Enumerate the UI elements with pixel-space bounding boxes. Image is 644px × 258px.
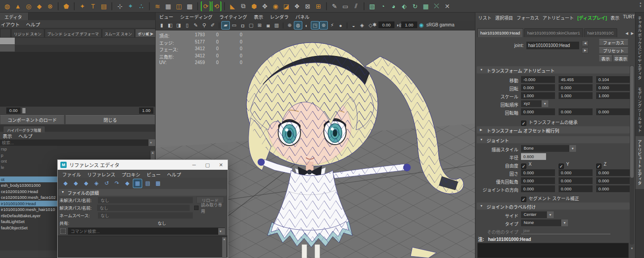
component-editor-tab[interactable]: ブレンド シェイプ デフォーマ	[45, 29, 102, 37]
shelf-tool-icon[interactable]: ▧	[367, 1, 377, 11]
joint-orient-z-field[interactable]	[596, 185, 630, 192]
dof-z-checkbox[interactable]	[596, 163, 602, 169]
menu-item[interactable]: ビュー	[159, 13, 174, 21]
close-icon[interactable]: ✕	[214, 162, 228, 168]
resolved-path-field[interactable]	[97, 205, 190, 211]
rotate-x-field[interactable]	[521, 84, 555, 91]
shelf-tool-icon[interactable]: ✎	[330, 1, 339, 11]
shelf-tool-icon[interactable]: ▦	[421, 1, 431, 11]
shelf-tool-icon[interactable]	[197, 2, 198, 10]
menu-item[interactable]: 表示	[254, 13, 263, 21]
menu-item[interactable]: ファイル	[62, 171, 81, 178]
radius-field[interactable]	[521, 153, 546, 160]
dof-y-checkbox[interactable]	[559, 163, 564, 169]
colorspace-label[interactable]: sRGB gamma	[426, 22, 454, 27]
translate-x-field[interactable]	[521, 76, 555, 83]
gamma-icon[interactable]: ◗	[396, 22, 399, 28]
pin-tab-icon[interactable]: ◄	[582, 40, 589, 46]
tab-scroll-arrows-icon[interactable]: ◀ ▶	[145, 32, 154, 36]
reference-tool-icon[interactable]: ↷	[113, 179, 121, 188]
shelf-tool-icon[interactable]	[364, 2, 364, 10]
viewport-tool-icon[interactable]: ◍	[294, 22, 302, 29]
reference-tool-icon[interactable]: ◆	[61, 179, 70, 188]
reference-tool-icon[interactable]: ◆	[82, 179, 90, 188]
menu-item[interactable]: [ディスプレイ]	[577, 14, 607, 22]
viewport-tool-icon[interactable]: ◒	[350, 22, 357, 29]
shelf-tool-icon[interactable]: ▲	[13, 1, 23, 11]
shelf-tool-icon[interactable]: ▩	[185, 1, 195, 11]
hypergraph-hierarchy-tab[interactable]: ハイパーグラフ階層	[4, 126, 45, 133]
shelf-tool-icon[interactable]: ▭	[340, 1, 350, 11]
scale-y-field[interactable]	[559, 92, 593, 99]
shelf-tool-icon[interactable]: ◫	[174, 1, 184, 11]
shelf-tool-icon[interactable]: ⊠	[303, 1, 313, 11]
menu-item[interactable]: リファレンス	[87, 171, 115, 178]
joint-name-field[interactable]	[526, 42, 579, 49]
viewport-tool-icon[interactable]	[283, 22, 284, 29]
load-components-button[interactable]: コンポーネントのロード	[0, 115, 64, 125]
sidebar-panel-tab[interactable]: チャネル ボックス/レイヤ エディタ	[636, 13, 644, 84]
viewport-tool-icon[interactable]: ✐	[209, 22, 216, 29]
minimize-icon[interactable]: ─	[187, 162, 201, 168]
viewport-tool-icon[interactable]	[347, 22, 347, 29]
exposure-field[interactable]: 0.00	[378, 22, 394, 28]
viewport-tool-icon[interactable]: ⚡	[328, 22, 336, 29]
shelf-tool-icon[interactable]: ∴	[136, 1, 146, 11]
reference-list-scrollbar[interactable]: ▲	[222, 237, 227, 257]
shelf-tool-icon[interactable]: ⊞	[314, 1, 323, 11]
sidebar-panel-tab[interactable]: アトリビュート エディタ	[636, 136, 644, 189]
component-editor-window-tab[interactable]: エディタ	[0, 13, 29, 20]
search-input[interactable]	[0, 140, 148, 145]
viewport-tool-icon[interactable]: ▥	[273, 22, 280, 29]
viewport-tool-icon[interactable]: ◐	[303, 22, 310, 29]
node-tab[interactable]: hair101001000:Head	[477, 28, 523, 37]
menu-item[interactable]: ヘルプ	[26, 21, 40, 28]
dof-x-checkbox[interactable]	[521, 163, 526, 169]
gamma-field[interactable]: 1.00	[401, 22, 417, 28]
shelf-tool-icon[interactable]: ◉	[271, 1, 280, 11]
viewport-tool-icon[interactable]: ▯	[183, 22, 191, 29]
type-dropdown[interactable]: None ▼	[521, 219, 568, 226]
notes-textarea[interactable]	[477, 243, 629, 258]
viewport-tool-icon[interactable]: ◙	[264, 22, 272, 29]
shelf-tool-icon[interactable]	[224, 2, 225, 10]
shelf-tool-icon[interactable]	[58, 2, 59, 10]
color-management-icon[interactable]: ◉	[419, 22, 424, 28]
hide-button[interactable]: 非表示	[613, 55, 628, 62]
reference-tool-icon[interactable]: ▦	[133, 179, 142, 188]
menu-item[interactable]: 表示	[610, 14, 619, 22]
viewport-tool-icon[interactable]	[219, 22, 220, 29]
side-dropdown[interactable]: Center ▼	[521, 211, 554, 218]
shelf-tool-icon[interactable]: ✕	[442, 1, 452, 11]
shelf-tool-icon[interactable]: ◔	[378, 1, 388, 11]
viewport-tool-icon[interactable]: ◘	[239, 22, 246, 29]
shelf-tool-icon[interactable]: ◆	[34, 1, 44, 11]
stiffness-y-field[interactable]	[559, 169, 593, 176]
viewport-tool-icon[interactable]: ●	[337, 22, 344, 29]
shelf-tool-icon[interactable]: ⬖	[399, 1, 409, 11]
reference-tool-icon[interactable]: ◆	[123, 179, 131, 188]
node-tab[interactable]: hair101001000:skinCluster1	[524, 28, 583, 37]
transform-section-header[interactable]: トランスフォーム アトリビュート	[477, 66, 630, 73]
exposure-icon[interactable]: ✱	[373, 22, 377, 28]
reference-tool-icon[interactable]: ◆	[72, 179, 80, 188]
menu-item[interactable]: アトリビュート	[542, 14, 574, 22]
node-tab[interactable]: hair1010010C	[584, 28, 617, 37]
rotate-axis-x-field[interactable]	[521, 108, 555, 115]
viewport-tool-icon[interactable]: ◳	[311, 22, 319, 29]
menu-item[interactable]: リスト	[478, 14, 491, 22]
viewport-tool-icon[interactable]: ◧	[166, 22, 174, 29]
shelf-tool-icon[interactable]: ⟳	[201, 1, 211, 11]
shelf-tool-icon[interactable]: ⤬	[432, 1, 441, 11]
shelf-tool-icon[interactable]	[111, 2, 112, 10]
rotate-y-field[interactable]	[559, 84, 593, 91]
tab-scroll-arrows-icon[interactable]: ◀ ▶	[625, 31, 635, 35]
chevron-down-icon[interactable]: ▼	[218, 228, 225, 235]
menu-item[interactable]: 選択項目	[495, 14, 513, 22]
chevron-down-icon[interactable]: ▼	[148, 139, 155, 146]
reference-tool-icon[interactable]: ◈	[92, 179, 101, 188]
scale-z-field[interactable]	[596, 92, 630, 99]
rotate-axis-y-field[interactable]	[559, 108, 593, 115]
menu-item[interactable]: ヘルプ	[167, 171, 181, 178]
joint-orient-y-field[interactable]	[559, 185, 593, 192]
